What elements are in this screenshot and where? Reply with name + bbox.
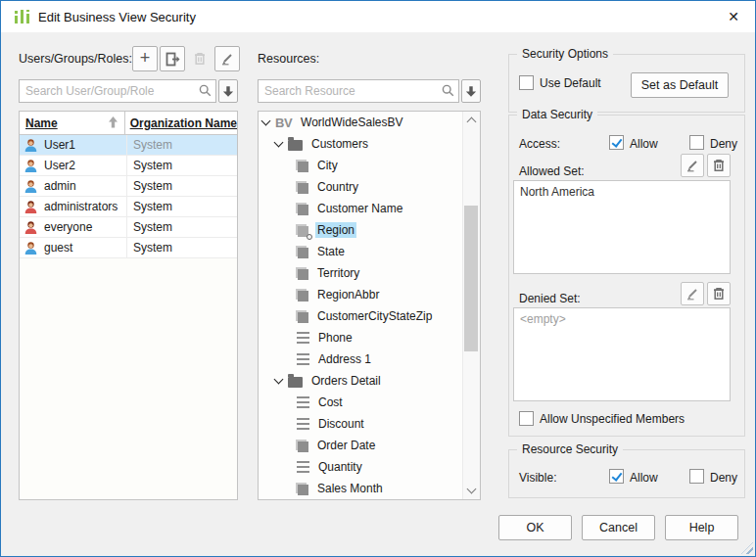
users-panel-label: Users/Groups/Roles: — [19, 52, 132, 66]
user-red-icon — [24, 220, 38, 235]
dimension-field-icon — [298, 269, 308, 280]
cancel-button[interactable]: Cancel — [582, 515, 655, 540]
user-blue-icon — [24, 138, 38, 153]
folder-icon — [288, 140, 303, 151]
visible-allow-checkbox[interactable] — [609, 469, 624, 484]
dimension-field-icon — [298, 441, 308, 452]
tree-item[interactable]: BVWorldWideSalesBV — [259, 112, 463, 133]
security-options-group: Security Options Use Default Set as Defa… — [508, 54, 745, 113]
table-row[interactable]: administrators System — [20, 197, 237, 217]
use-default-checkbox[interactable] — [519, 75, 534, 90]
allowed-set-label: Allowed Set: — [519, 164, 585, 178]
delete-denied-set-button[interactable] — [707, 282, 731, 305]
edit-icon — [685, 159, 699, 172]
allow-unspecified-members-checkbox[interactable] — [519, 411, 534, 426]
tree-item[interactable]: Territory — [259, 262, 463, 284]
search-resource-input[interactable] — [258, 79, 459, 103]
chevron-down-icon[interactable] — [274, 138, 284, 148]
table-row[interactable]: everyone System — [20, 217, 237, 238]
user-blue-icon — [24, 159, 38, 173]
down-arrow-icon — [222, 85, 234, 98]
detail-field-icon — [297, 418, 309, 430]
dimension-field-icon — [298, 205, 308, 215]
visible-label: Visible: — [519, 471, 556, 485]
tree-item-selected[interactable]: Region — [259, 219, 463, 241]
data-security-legend: Data Security — [517, 108, 597, 121]
access-label: Access: — [519, 137, 560, 151]
security-options-legend: Security Options — [517, 47, 613, 61]
user-blue-icon — [24, 241, 38, 255]
dimension-field-icon — [298, 248, 308, 258]
add-icon: + — [140, 51, 151, 65]
tree-item[interactable]: Customers — [259, 133, 463, 155]
chevron-down-icon[interactable] — [261, 116, 271, 126]
users-table-header: Name Organization Name — [20, 112, 237, 135]
tree-item[interactable]: State — [259, 241, 463, 262]
visible-deny-checkbox[interactable] — [689, 469, 704, 484]
tree-item[interactable]: Customer Name — [259, 198, 463, 219]
folder-icon — [288, 377, 303, 388]
user-blue-icon — [24, 179, 38, 194]
tree-item[interactable]: Quantity — [259, 456, 463, 478]
export-user-button[interactable] — [160, 46, 185, 71]
detail-field-icon — [297, 461, 309, 473]
edit-icon — [685, 287, 699, 301]
access-allow-checkbox[interactable] — [609, 135, 624, 150]
resize-grip[interactable] — [741, 542, 753, 554]
denied-set-value[interactable]: <empty> — [513, 307, 731, 401]
table-row[interactable]: User2 System — [20, 156, 237, 176]
allowed-set-value[interactable]: North America — [513, 180, 731, 274]
export-icon — [165, 52, 180, 67]
table-row[interactable]: guest System — [20, 238, 237, 258]
help-button[interactable]: Help — [665, 515, 738, 540]
close-icon[interactable]: ✕ — [721, 7, 746, 26]
users-search-options-button[interactable] — [218, 79, 238, 103]
scroll-up-icon[interactable] — [463, 113, 479, 128]
column-header-organization[interactable]: Organization Name — [125, 112, 237, 134]
resource-security-legend: Resource Security — [517, 442, 623, 456]
resource-security-group: Resource Security Visible: Allow Deny — [508, 449, 745, 498]
delete-icon — [193, 52, 207, 66]
delete-icon — [712, 159, 726, 172]
ok-button[interactable]: OK — [498, 515, 572, 540]
chevron-down-icon[interactable] — [274, 375, 284, 385]
scroll-down-icon[interactable] — [463, 483, 479, 498]
edit-user-button[interactable] — [214, 46, 240, 71]
delete-user-button — [187, 46, 213, 71]
table-row[interactable]: User1 System — [20, 135, 237, 156]
set-as-default-button[interactable]: Set as Default — [631, 72, 729, 98]
dimension-field-icon — [298, 485, 308, 495]
edit-denied-set-button[interactable] — [681, 282, 704, 305]
tree-item[interactable]: Cost — [259, 392, 463, 413]
tree-item[interactable]: RegionAbbr — [259, 284, 463, 305]
users-table: Name Organization Name User1 System User… — [19, 111, 238, 500]
detail-field-icon — [297, 353, 309, 365]
data-security-group: Data Security Access: Allow Deny Allowed… — [508, 115, 745, 437]
edit-allowed-set-button[interactable] — [681, 154, 704, 177]
dimension-field-icon — [298, 162, 308, 172]
search-icon — [442, 84, 454, 97]
delete-allowed-set-button[interactable] — [707, 154, 731, 177]
access-deny-checkbox[interactable] — [689, 135, 704, 150]
tree-item[interactable]: Country — [259, 176, 463, 198]
dimension-field-icon — [298, 183, 308, 194]
table-row[interactable]: admin System — [20, 176, 237, 197]
resources-search-options-button[interactable] — [461, 79, 481, 103]
search-icon — [199, 84, 212, 97]
allow-unspecified-members-label: Allow Unspecified Members — [540, 412, 685, 426]
tree-item[interactable]: CustomerCityStateZip — [259, 305, 463, 327]
tree-item[interactable]: Order Date — [259, 435, 463, 456]
tree-item[interactable]: Discount — [259, 413, 463, 435]
scrollbar-thumb[interactable] — [464, 206, 478, 351]
tree-item[interactable]: Address 1 — [259, 348, 463, 370]
tree-item[interactable]: Sales Month — [259, 478, 463, 499]
column-header-name[interactable]: Name — [20, 112, 125, 134]
add-user-button[interactable]: + — [132, 46, 158, 71]
tree-item[interactable]: Phone — [259, 327, 463, 348]
tree-scrollbar[interactable] — [462, 112, 480, 499]
tree-item[interactable]: City — [259, 155, 463, 176]
tree-item[interactable]: Orders Detail — [259, 370, 463, 392]
denied-set-label: Denied Set: — [519, 292, 581, 305]
search-user-input[interactable] — [19, 79, 216, 103]
detail-field-icon — [297, 396, 309, 408]
